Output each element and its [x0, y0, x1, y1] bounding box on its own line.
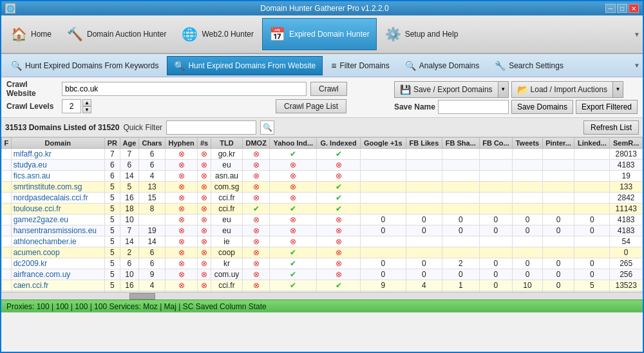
domain-cell[interactable]: fics.asn.au	[14, 171, 50, 180]
export-filtered-button[interactable]: Export Filtered	[576, 100, 638, 114]
red-x-icon: ⊗	[336, 171, 342, 180]
save-export-dropdown[interactable]: ▼	[498, 81, 509, 98]
domain-cell[interactable]: airfrance.com.uy	[14, 270, 71, 279]
crawl-levels-label: Crawl Levels	[6, 102, 58, 111]
domain-cell[interactable]: caen.cci.fr	[14, 281, 49, 290]
green-check-icon: ✔	[290, 204, 296, 213]
crawl-page-list-button[interactable]: Crawl Page List	[276, 99, 346, 113]
scroll-thumb[interactable]	[129, 293, 155, 300]
red-x-icon: ⊗	[290, 193, 296, 202]
domain-cell[interactable]: studya.eu	[14, 160, 47, 169]
crawl-levels-input[interactable]	[62, 99, 81, 113]
col-fbco: FB Co...	[479, 138, 513, 149]
domain-cell[interactable]: toulouse.cci.fr	[14, 204, 61, 213]
domain-cell[interactable]: acumen.coop	[14, 248, 60, 257]
subnav-analyse[interactable]: 🔍 Analyse Domains	[398, 56, 486, 75]
table-cell: ⊗	[243, 149, 270, 160]
quick-filter-input[interactable]	[166, 120, 256, 135]
domain-cell[interactable]: nordpasdecalais.cci.fr	[14, 193, 88, 202]
subnav-more-arrow[interactable]: ▼	[634, 62, 640, 69]
table-cell: 7	[104, 149, 120, 160]
crawl-button[interactable]: Crawl	[310, 82, 347, 96]
table-cell: ✔	[317, 280, 360, 291]
table-cell: cci.fr	[211, 280, 242, 291]
red-x-icon: ⊗	[253, 226, 260, 235]
table-cell[interactable]: fics.asn.au	[11, 171, 104, 182]
subnav-settings[interactable]: 🔧 Search Settings	[488, 56, 571, 75]
red-x-icon: ⊗	[201, 248, 207, 257]
load-import-button[interactable]: 📂 Load / Import Auctions	[511, 81, 613, 98]
table-cell: 0	[479, 269, 513, 280]
horizontal-scrollbar[interactable]	[1, 292, 643, 300]
table-cell[interactable]: gamez2gaze.eu	[11, 215, 104, 225]
load-import-dropdown[interactable]: ▼	[613, 81, 623, 98]
col-age: Age	[120, 138, 139, 149]
filter-search-button[interactable]: 🔍	[260, 120, 274, 135]
table-cell: 9	[360, 280, 406, 291]
save-export-button[interactable]: 💾 Save / Export Domains	[394, 81, 498, 98]
table-cell[interactable]: mifaff.go.kr	[11, 149, 104, 160]
table-body: mifaff.go.kr776⊗⊗go.kr⊗✔✔28013studya.eu6…	[2, 149, 643, 292]
refresh-list-button[interactable]: Refresh List	[583, 120, 639, 135]
domain-cell[interactable]: gamez2gaze.eu	[14, 215, 68, 224]
table-cell[interactable]: studya.eu	[11, 160, 104, 171]
table-cell: 14	[120, 171, 139, 182]
table-row: smrtinstitute.com.sg5513⊗⊗com.sg⊗⊗✔133	[2, 182, 643, 193]
topnav-more-arrow[interactable]: ▼	[634, 31, 640, 38]
minimize-button[interactable]: ─	[605, 4, 616, 13]
save-domains-button[interactable]: Save Domains	[511, 100, 573, 114]
table-cell: eu.com	[211, 291, 242, 292]
table-cell[interactable]: airfrance.com.uy	[11, 269, 104, 280]
nav-setup[interactable]: ⚙️ Setup and Help	[378, 18, 466, 50]
close-button[interactable]: ✕	[629, 4, 639, 13]
table-cell: cci.fr	[211, 193, 242, 204]
domain-cell[interactable]: dc2009.kr	[14, 259, 48, 268]
nav-web2[interactable]: 🌐 Web2.0 Hunter	[175, 18, 261, 50]
domain-cell[interactable]: athlonechamber.ie	[14, 237, 77, 246]
red-x-icon: ⊗	[336, 259, 342, 268]
domain-cell[interactable]: hansentransmissions.eu	[14, 226, 97, 235]
table-cell: ✔	[270, 204, 317, 215]
load-import-group: 📂 Load / Import Auctions ▼	[511, 81, 623, 98]
nav-expired[interactable]: 📅 Expired Domain Hunter	[262, 18, 377, 50]
table-cell[interactable]: athlonechamber.ie	[11, 236, 104, 247]
table-cell	[513, 247, 542, 258]
table-cell[interactable]: dc2009.kr	[11, 258, 104, 269]
red-x-icon: ⊗	[201, 281, 207, 290]
red-x-icon: ⊗	[336, 237, 342, 246]
domain-count: 31513 Domains Listed of 31520	[5, 123, 119, 132]
domain-cell[interactable]: smrtinstitute.com.sg	[14, 182, 82, 191]
table-cell[interactable]: nordpasdecalais.cci.fr	[11, 193, 104, 204]
subnav-website-label: Hunt Expired Domains From Website	[188, 61, 316, 70]
nav-auction[interactable]: 🔨 Domain Auction Hunter	[60, 18, 173, 50]
table-cell: 0	[542, 225, 574, 236]
search-icon: 🔍	[263, 123, 272, 132]
table-cell: ⊗	[317, 236, 360, 247]
table-cell[interactable]: hansentransmissions.eu	[11, 225, 104, 236]
subnav-website[interactable]: 🔍 Hunt Expired Domains From Website	[167, 56, 323, 75]
table-row: athlonechamber.ie51414⊗⊗ie⊗⊗⊗54	[2, 236, 643, 247]
table-cell: 265	[610, 258, 643, 269]
domain-cell[interactable]: mifaff.go.kr	[14, 149, 52, 158]
table-cell: 5	[104, 215, 120, 225]
spin-up-button[interactable]: ▲	[82, 99, 91, 106]
table-cell: 5	[104, 247, 120, 258]
config-area: Crawl Website Crawl Crawl Levels ▲ ▼ Cra…	[1, 77, 643, 118]
table-cell	[406, 204, 442, 215]
spin-down-button[interactable]: ▼	[82, 106, 91, 113]
save-name-input[interactable]	[438, 100, 509, 114]
nav-home[interactable]: 🏠 Home	[4, 18, 59, 50]
red-x-icon: ⊗	[178, 259, 185, 268]
subnav-keywords[interactable]: 🔍 Hunt Expired Domains From Keywords	[4, 56, 166, 75]
table-cell[interactable]: caen.cci.fr	[11, 280, 104, 291]
table-cell: ⊗	[165, 204, 197, 215]
crawl-website-input[interactable]	[62, 82, 307, 96]
table-cell	[574, 247, 610, 258]
table-cell[interactable]: smrtinstitute.com.sg	[11, 182, 104, 193]
table-cell[interactable]: toulouse.cci.fr	[11, 204, 104, 215]
table-cell[interactable]: acumen.coop	[11, 247, 104, 258]
subnav-filter[interactable]: ≡ Filter Domains	[324, 56, 397, 75]
table-cell: 14	[139, 236, 166, 247]
maximize-button[interactable]: □	[617, 4, 627, 13]
table-cell: 6	[139, 258, 166, 269]
